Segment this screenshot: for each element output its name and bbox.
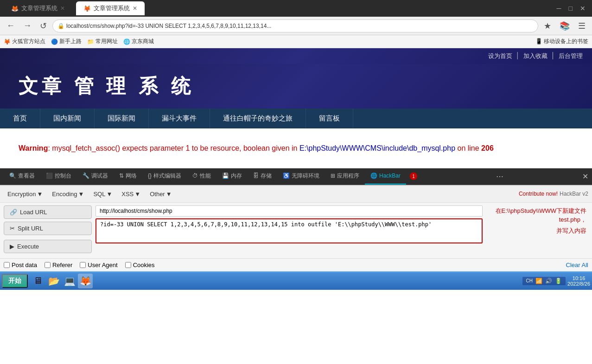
post-data-checkbox[interactable]: [4, 262, 10, 268]
other-arrow: ▼: [166, 191, 172, 198]
nav-international[interactable]: 国际新闻: [95, 109, 149, 128]
bookmark-common-icon: 📁: [87, 38, 94, 45]
bookmark-star-button[interactable]: ★: [541, 20, 554, 32]
sql-input[interactable]: [95, 218, 483, 243]
user-agent-checkbox-group[interactable]: User Agent: [80, 262, 117, 268]
taskbar-firefox-icon: 🦊: [80, 275, 91, 287]
menu-button[interactable]: ☰: [575, 20, 588, 32]
split-url-button[interactable]: ✂ Split URL: [4, 222, 92, 235]
tab-inspector[interactable]: 🔍 查看器: [4, 168, 40, 185]
tab-network[interactable]: ⇅ 网络: [114, 168, 142, 185]
hackbar-body: 🔗 Load URL ✂ Split URL ▶ Execute 在E:\\ph…: [0, 203, 592, 258]
encryption-arrow: ▼: [37, 191, 43, 198]
tab-inactive-close[interactable]: ✕: [60, 5, 65, 12]
referer-label: Referer: [52, 262, 72, 268]
site-header-links: 设为首页 │ 加入收藏 │ 后台管理: [488, 52, 583, 60]
nav-journey[interactable]: 通往白帽子的奇妙之旅: [210, 109, 306, 128]
forward-button[interactable]: →: [20, 20, 34, 32]
tab-console[interactable]: ⬛ 控制台: [40, 168, 77, 185]
tab-storage[interactable]: 🗄 存储: [248, 168, 277, 185]
debugger-label: 调试器: [91, 172, 108, 180]
network-icon: ⇅: [119, 172, 124, 179]
taskbar-icon-3[interactable]: 💻: [62, 274, 77, 288]
bookmarks-bar: 🦊 火狐官方站点 🔵 新手上路 📁 常用网址 🌐 京东商城 📱 移动设备上的书签: [0, 35, 592, 48]
nav-home[interactable]: 首页: [0, 109, 40, 128]
cookies-checkbox-group[interactable]: Cookies: [125, 262, 155, 268]
devtools-more-button[interactable]: ⋯: [496, 172, 503, 181]
tab-debugger[interactable]: 🔧 调试器: [77, 168, 114, 185]
refresh-button[interactable]: ↺: [37, 20, 50, 32]
back-button[interactable]: ←: [4, 20, 18, 32]
version-text: HackBar v2: [560, 191, 588, 197]
encryption-menu[interactable]: Encryption ▼: [4, 189, 46, 199]
cookies-checkbox[interactable]: [125, 262, 131, 268]
minimize-button[interactable]: ─: [554, 4, 564, 13]
taskbar-right: CH 📶 🔊 🔋 10:16 2022/8/26: [522, 275, 590, 287]
bookmark-firefox-label: 火狐官方站点: [12, 38, 45, 45]
tab-application[interactable]: ⊞ 应用程序: [325, 168, 365, 185]
tab-performance[interactable]: ⏱ 性能: [187, 168, 216, 185]
nav-guestbook[interactable]: 留言板: [306, 109, 353, 128]
tab-hackbar[interactable]: 🌐 HackBar: [365, 168, 406, 185]
post-data-checkbox-group[interactable]: Post data: [4, 262, 37, 268]
execute-icon: ▶: [10, 243, 14, 250]
clear-all-button[interactable]: Clear All: [566, 262, 588, 268]
bookmark-mobile-label: 移动设备上的书签: [544, 38, 588, 45]
annotation-line1: 在E:\\phpStudy\\WWW下新建文件test.php，: [486, 205, 588, 225]
tab-accessibility[interactable]: ♿ 无障碍环境: [277, 168, 325, 185]
split-url-label: Split URL: [18, 225, 43, 232]
maximize-button[interactable]: □: [566, 4, 575, 13]
sql-menu[interactable]: SQL ▼: [89, 189, 116, 199]
other-label: Other: [150, 191, 165, 198]
encoding-menu[interactable]: Encoding ▼: [48, 189, 88, 199]
bookmark-newbie[interactable]: 🔵 新手上路: [51, 38, 82, 45]
taskbar-icon-1[interactable]: 🖥: [31, 274, 45, 288]
application-icon: ⊞: [331, 172, 335, 179]
bookmark-mobile[interactable]: 📱 移动设备上的书签: [535, 38, 588, 45]
warning-file-link[interactable]: E:\phpStudy\WWW\CMS\include\db_mysql.php: [299, 144, 455, 152]
network-label: 网络: [126, 172, 137, 180]
post-data-label: Post data: [12, 262, 37, 268]
bookmark-sidebar-button[interactable]: 📚: [557, 20, 573, 32]
user-agent-checkbox[interactable]: [80, 262, 86, 268]
address-text: localhost/cms/show.php?id=-33 UNION SELE…: [66, 23, 533, 29]
site-header: 设为首页 │ 加入收藏 │ 后台管理: [0, 48, 592, 64]
bookmark-jd[interactable]: 🌐 京东商城: [123, 38, 154, 45]
bookmark-firefox[interactable]: 🦊 火狐官方站点: [4, 38, 45, 45]
xss-label: XSS: [121, 191, 134, 198]
nav-domestic[interactable]: 国内新闻: [40, 109, 95, 128]
taskbar-icon-firefox[interactable]: 🦊: [78, 274, 93, 288]
referer-checkbox[interactable]: [45, 262, 51, 268]
admin-link[interactable]: 后台管理: [559, 52, 583, 60]
warning-line: 206: [481, 144, 494, 152]
taskbar-icon-2[interactable]: 📂: [46, 274, 61, 288]
referer-checkbox-group[interactable]: Referer: [45, 262, 72, 268]
url-input[interactable]: [95, 205, 483, 217]
content-area: Warning: mysql_fetch_assoc() expects par…: [0, 128, 592, 168]
taskbar-time: 10:16 2022/8/26: [567, 275, 590, 287]
bookmark-common[interactable]: 📁 常用网址: [87, 38, 118, 45]
set-homepage-link[interactable]: 设为首页: [488, 52, 512, 60]
accessibility-label: 无障碍环境: [292, 172, 319, 180]
error-badge: 1: [410, 172, 417, 180]
add-favorite-link[interactable]: 加入收藏: [523, 52, 547, 60]
devtools-close-button[interactable]: ✕: [582, 172, 588, 181]
tab-style-editor[interactable]: {} 样式编辑器: [142, 168, 187, 185]
user-agent-label: User Agent: [88, 262, 117, 268]
xss-menu[interactable]: XSS ▼: [118, 189, 144, 199]
address-bar[interactable]: 🔒 localhost/cms/show.php?id=-33 UNION SE…: [52, 19, 538, 32]
tab-memory[interactable]: 💾 内存: [216, 168, 248, 185]
close-button[interactable]: ✕: [577, 4, 588, 13]
site-title-area: 文章 管 理 系 统: [0, 64, 592, 109]
tab-inactive[interactable]: 🦊 文章管理系统 ✕: [4, 1, 72, 15]
other-menu[interactable]: Other ▼: [146, 189, 175, 199]
start-button[interactable]: 开始: [2, 274, 28, 288]
execute-button[interactable]: ▶ Execute: [4, 240, 92, 253]
execute-label: Execute: [17, 243, 39, 250]
tab-inactive-label: 文章管理系统: [21, 4, 57, 13]
cookies-label: Cookies: [133, 262, 155, 268]
load-url-button[interactable]: 🔗 Load URL: [4, 205, 92, 219]
nav-events[interactable]: 漏斗大事件: [149, 109, 210, 128]
tab-active-close[interactable]: ✕: [133, 5, 137, 12]
tab-active[interactable]: 🦊 文章管理系统 ✕: [76, 1, 145, 15]
